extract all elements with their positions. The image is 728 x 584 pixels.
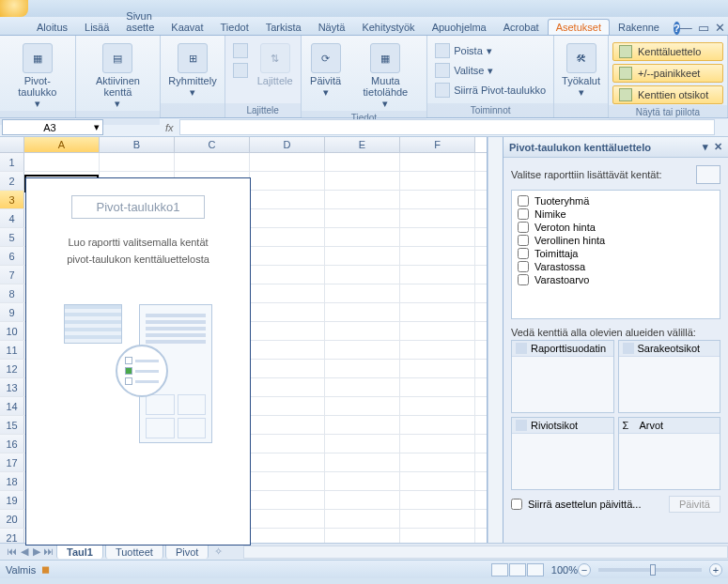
cell[interactable] [325,191,400,208]
row-header[interactable]: 15 [0,416,24,434]
name-box-dropdown-icon[interactable]: ▾ [94,121,100,133]
cell[interactable] [250,172,325,190]
cell[interactable] [400,341,475,359]
zone-column-labels[interactable]: Sarakeotsikot [618,340,721,413]
update-button[interactable]: Päivitä [669,496,720,513]
cell[interactable] [250,416,325,434]
cell[interactable] [400,191,475,208]
row-header[interactable]: 7 [0,266,24,284]
name-box[interactable]: A3▾ [2,119,103,135]
field-item[interactable]: Varastossa [516,260,716,273]
fx-icon[interactable]: fx [165,122,174,133]
row-header[interactable]: 16 [0,435,24,453]
cell[interactable] [325,247,400,265]
zoom-out-button[interactable]: − [578,563,591,576]
cell[interactable] [250,303,325,321]
help-icon[interactable]: ? [674,22,680,35]
cell[interactable] [325,322,400,340]
cell[interactable] [400,266,475,284]
close-button[interactable]: ✕ [715,21,725,35]
field-item[interactable]: Varastoarvo [516,273,716,286]
field-item[interactable]: Veroton hinta [516,221,716,234]
office-button[interactable] [0,0,28,17]
column-header-d[interactable]: D [250,137,325,152]
row-header[interactable]: 14 [0,397,24,415]
row-header[interactable]: 4 [0,209,24,227]
field-item[interactable]: Nimike [516,207,716,221]
sheet-nav-prev[interactable]: ◀ [18,546,30,558]
cell[interactable] [400,397,475,415]
field-item[interactable]: Toimittaja [516,247,716,260]
cell[interactable] [250,247,325,265]
cell[interactable] [325,303,400,321]
cell[interactable] [325,153,400,171]
sheet-nav-first[interactable]: ⏮ [6,546,18,557]
tab-rakenne[interactable]: Rakenne [610,19,668,35]
cell[interactable] [325,209,400,227]
zoom-value[interactable]: 100% [551,564,578,576]
row-header[interactable]: 3 [0,191,24,208]
grid-row[interactable]: 1 [0,153,487,172]
cell[interactable] [250,529,325,543]
cell[interactable] [325,435,400,453]
restore-button[interactable]: ▭ [698,21,709,35]
view-normal-button[interactable] [491,563,508,576]
clear-button[interactable]: Poista ▾ [431,41,550,60]
sheet-nav-next[interactable]: ▶ [30,546,42,558]
cell[interactable] [400,472,475,490]
field-list-close-icon[interactable]: ✕ [714,141,722,153]
column-header-a[interactable]: A [24,137,100,152]
zone-row-labels[interactable]: Riviotsikot [511,417,614,490]
field-checkbox[interactable] [518,195,529,207]
column-header-c[interactable]: C [175,137,250,152]
cell[interactable] [24,153,100,171]
row-header[interactable]: 10 [0,322,24,340]
column-header-e[interactable]: E [325,137,400,152]
cell[interactable] [325,228,400,246]
cell[interactable] [250,360,325,377]
new-sheet-icon[interactable]: ✧ [214,546,223,558]
row-header[interactable]: 9 [0,303,24,321]
zoom-in-button[interactable]: + [709,563,722,576]
cell[interactable] [100,153,175,171]
cell[interactable] [400,228,475,246]
macro-record-icon[interactable]: ◼ [41,563,50,576]
cell[interactable] [400,416,475,434]
cell[interactable] [400,529,475,543]
cell[interactable] [400,172,475,190]
tab-tiedot[interactable]: Tiedot [212,19,257,35]
row-header[interactable]: 20 [0,510,24,528]
cell[interactable] [325,472,400,490]
row-header[interactable]: 18 [0,472,24,490]
cell[interactable] [400,247,475,265]
cell[interactable] [250,453,325,471]
change-source-button[interactable]: ▦Muuta tietolähde▾ [349,41,424,111]
cell[interactable] [250,266,325,284]
sort-asc-button[interactable] [229,41,252,60]
sheet-tab-pivot[interactable]: Pivot [165,545,209,559]
tab-sivun-asettelu[interactable]: Sivun asette [117,8,163,35]
cell[interactable] [250,378,325,396]
field-checkbox[interactable] [518,235,529,246]
row-header[interactable]: 1 [0,153,24,171]
view-pagelayout-button[interactable] [509,563,526,576]
cell[interactable] [400,453,475,471]
minimize-button[interactable]: — [680,21,692,35]
cell[interactable] [325,453,400,471]
row-header[interactable]: 8 [0,284,24,302]
cell[interactable] [400,378,475,396]
tab-kehitystyokalut[interactable]: Kehitystyök [353,19,423,35]
cell[interactable] [400,322,475,340]
zone-values[interactable]: Σ Arvot [618,417,721,490]
cell[interactable] [325,378,400,396]
field-checkbox[interactable] [518,208,529,220]
sheet-tab-tuotteet[interactable]: Tuotteet [105,545,163,559]
field-checkbox[interactable] [518,222,529,233]
cell[interactable] [400,153,475,171]
tab-asetukset[interactable]: Asetukset [548,19,610,35]
cell[interactable] [325,416,400,434]
refresh-button[interactable]: ⟳Päivitä▾ [305,41,347,100]
cell[interactable] [400,360,475,377]
group-button[interactable]: ⊞Ryhmittely▾ [164,41,220,100]
cell[interactable] [325,266,400,284]
